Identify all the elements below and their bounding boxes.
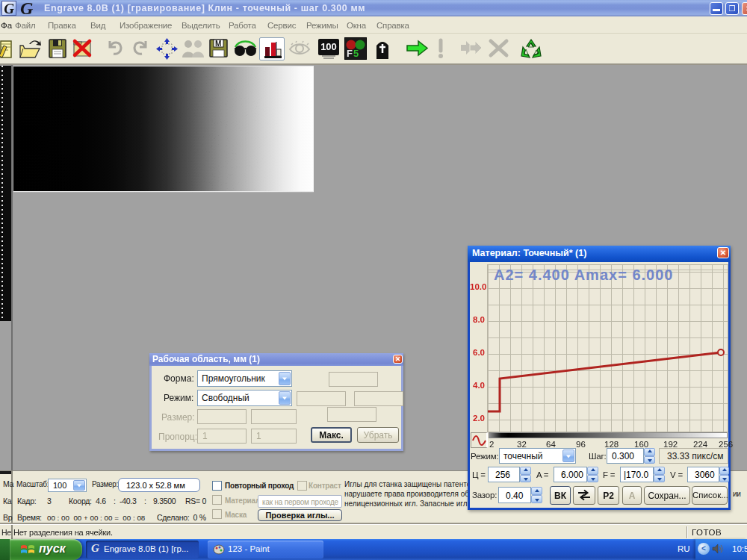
svg-text:F: F [347, 48, 353, 59]
svg-text:5: 5 [353, 48, 359, 59]
svg-text:M: M [215, 40, 221, 48]
